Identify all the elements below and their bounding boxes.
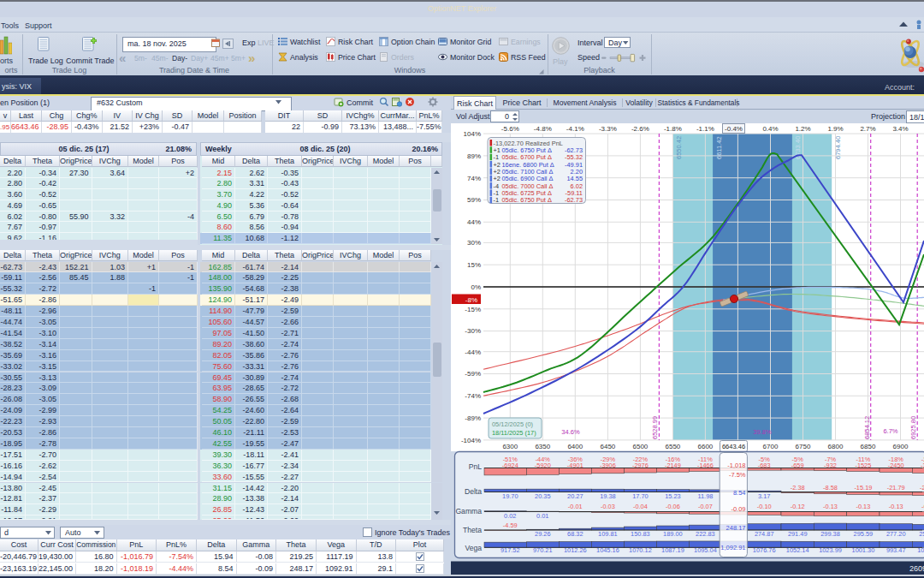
svg-text:Delta: Delta: [465, 487, 482, 496]
svg-text:6350: 6350: [535, 443, 550, 450]
svg-text:Theta: Theta: [463, 526, 482, 534]
svg-text:1045.16: 1045.16: [596, 546, 619, 554]
svg-text:-6924: -6924: [502, 462, 518, 469]
svg-text:222.83: 222.83: [696, 530, 715, 538]
svg-text:0.4%: 0.4%: [762, 125, 778, 133]
svg-text:-0.13: -0.13: [856, 503, 870, 510]
svg-text:-1.8%: -1.8%: [664, 125, 682, 133]
svg-text:2.7%: 2.7%: [860, 125, 875, 133]
svg-text:89%: 89%: [467, 152, 481, 160]
svg-text:05/12/2025 (0): 05/12/2025 (0): [492, 420, 533, 428]
svg-text:Vega: Vega: [465, 544, 482, 552]
svg-text:-3.3%: -3.3%: [599, 125, 617, 133]
svg-text:6800: 6800: [828, 443, 844, 450]
svg-text:-7.5%: -7.5%: [729, 471, 746, 479]
svg-text:1.2%: 1.2%: [795, 125, 810, 133]
svg-text:-30%: -30%: [465, 327, 481, 335]
svg-text:970.21: 970.21: [533, 546, 553, 554]
svg-text:11.98: 11.98: [697, 492, 713, 500]
svg-text:-0.06: -0.06: [666, 503, 680, 510]
svg-text:-4901: -4901: [567, 462, 583, 469]
svg-text:18/11/2025 (17): 18/11/2025 (17): [492, 429, 536, 437]
svg-text:44%: 44%: [467, 218, 481, 226]
svg-text:1,092.91: 1,092.91: [720, 544, 745, 551]
svg-text:-0.03: -0.03: [601, 503, 615, 510]
svg-text:6.7%: 6.7%: [883, 427, 897, 435]
svg-text:6528.99: 6528.99: [651, 416, 659, 439]
svg-text:6600: 6600: [698, 443, 714, 450]
svg-text:39.8%: 39.8%: [753, 428, 772, 436]
svg-text:-104%: -104%: [461, 437, 481, 444]
svg-text:6643.46: 6643.46: [722, 443, 745, 450]
svg-text:-2.38: -2.38: [791, 484, 805, 492]
svg-text:1052.14: 1052.14: [786, 546, 809, 554]
svg-text:104%: 104%: [464, 130, 481, 138]
svg-text:-21.79: -21.79: [887, 484, 905, 492]
svg-text:-3500: -3500: [921, 462, 924, 469]
svg-text:74%: 74%: [467, 175, 481, 182]
svg-text:1005.00: 1005.00: [917, 546, 924, 554]
svg-text:295.59: 295.59: [854, 530, 874, 538]
svg-text:-659: -659: [791, 462, 804, 469]
svg-text:109.81: 109.81: [598, 530, 618, 538]
svg-text:-683: -683: [758, 462, 771, 469]
svg-text:-0.04: -0.04: [633, 503, 648, 510]
svg-text:-28.00: -28.00: [920, 484, 924, 492]
svg-text:-62.73: -62.73: [565, 196, 583, 204]
svg-text:1076.76: 1076.76: [753, 546, 776, 554]
svg-text:05dic. 6750 Put Δ: 05dic. 6750 Put Δ: [502, 196, 552, 204]
svg-text:291.49: 291.49: [788, 530, 808, 538]
svg-text:-4.1%: -4.1%: [566, 125, 584, 133]
svg-text:3.4%: 3.4%: [892, 125, 908, 133]
svg-text:-0.07: -0.07: [698, 503, 713, 510]
svg-text:917.52: 917.52: [500, 546, 520, 554]
svg-text:-0.09: -0.09: [731, 505, 745, 513]
svg-text:6925.80: 6925.80: [909, 416, 917, 439]
svg-text:-4.59: -4.59: [503, 521, 518, 529]
svg-text:1023.99: 1023.99: [819, 546, 842, 554]
svg-text:-0.13: -0.13: [889, 503, 903, 510]
svg-text:250.00: 250.00: [919, 530, 924, 538]
svg-text:68.32: 68.32: [567, 530, 583, 538]
svg-text:30%: 30%: [467, 239, 481, 247]
svg-text:6750: 6750: [796, 443, 811, 450]
svg-text:-932: -932: [824, 462, 837, 469]
svg-text:19.38: 19.38: [600, 492, 616, 500]
svg-text:-15%: -15%: [465, 306, 481, 313]
svg-text:-3906: -3906: [600, 462, 616, 469]
svg-text:993.47: 993.47: [886, 546, 906, 554]
svg-text:29.26: 29.26: [535, 530, 551, 538]
svg-text:2609: 2609: [909, 564, 924, 573]
svg-text:-0.10: -0.10: [757, 503, 772, 510]
svg-text:-0.4%: -0.4%: [725, 125, 743, 133]
svg-text:6450: 6450: [601, 443, 616, 450]
svg-text:-5.6%: -5.6%: [501, 125, 519, 133]
svg-text:299.38: 299.38: [820, 530, 840, 538]
svg-text:-15.19: -15.19: [854, 484, 872, 492]
svg-text:34.6%: 34.6%: [561, 428, 580, 436]
svg-text:0.02: 0.02: [504, 512, 516, 520]
svg-text:-5920: -5920: [535, 462, 551, 469]
svg-text:19.70: 19.70: [502, 492, 518, 500]
svg-text:-0.13: -0.13: [823, 503, 838, 510]
svg-text:1070.12: 1070.12: [629, 546, 652, 554]
svg-text:-0.12: -0.12: [791, 503, 805, 510]
svg-text:6854.12: 6854.12: [863, 416, 871, 439]
svg-text:20.35: 20.35: [535, 492, 551, 500]
svg-text:20.27: 20.27: [567, 492, 583, 500]
svg-text:1.9%: 1.9%: [827, 125, 843, 133]
svg-text:-4.8%: -4.8%: [534, 125, 552, 133]
svg-text:0%: 0%: [471, 283, 481, 291]
svg-text:6500: 6500: [633, 443, 649, 450]
svg-text:-8.58: -8.58: [823, 484, 838, 492]
svg-text:Gamma: Gamma: [455, 507, 482, 515]
svg-text:6550: 6550: [666, 443, 681, 450]
svg-text:-74%: -74%: [465, 392, 481, 400]
svg-text:6700: 6700: [763, 443, 779, 450]
svg-text:59%: 59%: [467, 196, 481, 204]
svg-text:-1525: -1525: [855, 462, 871, 469]
svg-text:PnL: PnL: [469, 462, 483, 471]
svg-text:189.00: 189.00: [663, 530, 683, 538]
svg-text:17.70: 17.70: [632, 492, 649, 500]
svg-text:6300: 6300: [502, 443, 518, 450]
